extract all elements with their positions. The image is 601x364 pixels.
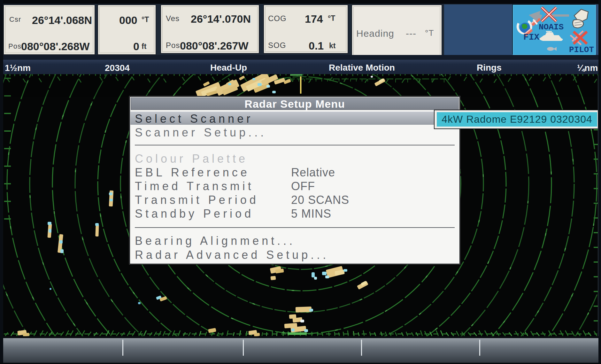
svg-text:NOAIS: NOAIS bbox=[539, 22, 564, 32]
svg-text:PILOT: PILOT bbox=[569, 45, 594, 55]
svg-text:FIX: FIX bbox=[523, 32, 540, 42]
